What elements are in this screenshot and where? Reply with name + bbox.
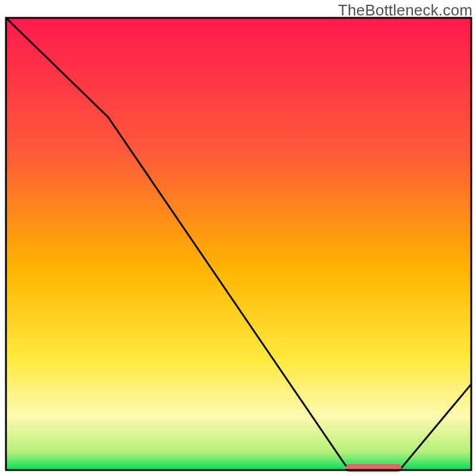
bottleneck-chart bbox=[0, 0, 476, 476]
chart-container: TheBottleneck.com bbox=[0, 0, 476, 476]
